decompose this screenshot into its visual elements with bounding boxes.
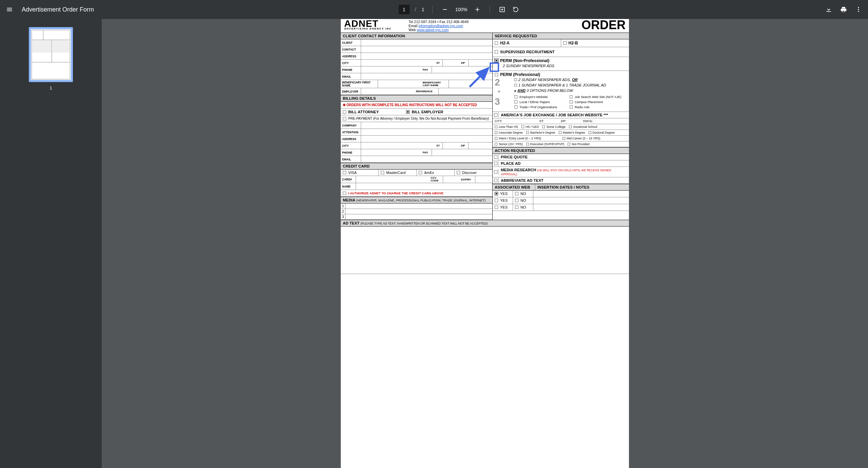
email-label: EMAIL (341, 73, 361, 80)
visa-checkbox[interactable]: VISA (343, 171, 357, 175)
media-1-label: 1 (341, 203, 346, 209)
expiry-field[interactable] (475, 176, 492, 183)
media-3-field[interactable] (346, 214, 492, 219)
supervised-checkbox[interactable]: SUPERVISED RECRUITMENT (495, 50, 555, 54)
email-link[interactable]: information@adnet-nyc.com (418, 24, 463, 28)
zoom-out-icon[interactable] (441, 5, 449, 14)
quote-checkbox[interactable] (493, 154, 499, 160)
st-field[interactable] (443, 60, 460, 66)
page-number-input[interactable] (399, 5, 410, 14)
more-icon[interactable] (854, 5, 863, 14)
edu-hs-ged[interactable]: HS / GED (521, 125, 539, 129)
assoc-3-yes[interactable]: YES (495, 205, 508, 209)
perm-np-checkbox[interactable]: PERM (Non-Professional) (495, 58, 549, 63)
attention-field[interactable] (361, 129, 492, 135)
bill-attorney-checkbox[interactable]: BILL ATTORNEY (343, 110, 379, 114)
zoom-in-icon[interactable] (473, 5, 481, 14)
document-viewer[interactable]: ADNET ADVERTISING AGENCY INC Tel 212-587… (102, 19, 868, 468)
discover-checkbox[interactable]: Discover (457, 171, 477, 175)
address-field[interactable] (361, 53, 492, 59)
assoc-2-yes[interactable]: YES (495, 198, 508, 202)
billing-zip-field[interactable] (469, 142, 492, 149)
billing-city-field[interactable] (361, 142, 435, 149)
page-total: 1 (422, 7, 425, 12)
edu-less-hs[interactable]: Less Than HS (495, 125, 518, 129)
opt-employer-web[interactable]: Employer's Website (514, 95, 548, 99)
client-field[interactable] (361, 39, 492, 46)
big-3: 3 (495, 96, 500, 107)
research-checkbox[interactable] (493, 169, 499, 175)
place-checkbox[interactable] (493, 161, 499, 166)
billing-fax-field[interactable] (432, 149, 493, 156)
menu-icon[interactable] (5, 5, 14, 14)
opt-campus[interactable]: Campus Placement (570, 100, 603, 104)
mastercard-checkbox[interactable]: MasterCard (381, 171, 406, 175)
edu-some-college[interactable]: Some College (542, 125, 566, 129)
big-2: 2 (495, 77, 500, 88)
action-section-header: ACTION REQUESTED (493, 147, 629, 154)
ccv-field[interactable] (443, 176, 460, 183)
prepayment-checkbox[interactable]: PRE-PAYMENT (For Attorney / Employer Onl… (343, 116, 489, 121)
billing-warning: ORDERS WITH INCOMPLETE BILLING INSTRUCTI… (341, 102, 492, 109)
abbrev-checkbox[interactable] (493, 178, 499, 183)
print-icon[interactable] (840, 5, 848, 14)
exp-mid[interactable]: Mid-Career (2 – 15 YRS) (563, 137, 627, 140)
media-2-label: 2 (341, 209, 346, 214)
edu-doctoral[interactable]: Doctoral Degree (589, 131, 615, 134)
billing-phone-field[interactable] (361, 149, 422, 156)
billing-email-field[interactable] (361, 156, 492, 162)
fit-page-icon[interactable] (498, 5, 506, 14)
cc-name-field[interactable] (356, 183, 492, 190)
media-1-field[interactable] (346, 203, 492, 209)
h2a-checkbox[interactable]: H2-A (495, 41, 510, 45)
opt-local-ethnic[interactable]: Local / Ethnic Papers (514, 100, 550, 104)
employer-field[interactable] (361, 88, 415, 95)
opt-trade-prof[interactable]: Trade / Prof Organizations (514, 105, 557, 109)
opt-job-search[interactable]: Job Search Web Site (NOT AJE) (570, 95, 621, 99)
insertion-3-field[interactable] (533, 204, 629, 211)
contact-field[interactable] (361, 46, 492, 53)
amex-checkbox[interactable]: AmEx (419, 171, 434, 175)
thumbnail-sidebar: 1 (0, 19, 102, 468)
place-label: PLACE AD (499, 160, 629, 167)
exp-exec[interactable]: Executive (SVP/EVP/VP) (526, 142, 565, 146)
perm-p-checkbox[interactable]: PERM (Professional) (495, 72, 540, 77)
ben-first-label: BENEFICIARY FIRST NAME (341, 80, 378, 88)
bill-employer-checkbox[interactable]: BILL EMPLOYER (406, 110, 443, 114)
perm-np-note: 2 SUNDAY NEWSPAPER ADS (495, 63, 627, 69)
assoc-1-yes[interactable]: YES (495, 192, 508, 196)
assoc-2-no[interactable]: NO (515, 198, 526, 202)
exp-intern[interactable]: Intern / Entry Level (0 – 2 YRS) (495, 137, 559, 140)
company-field[interactable] (361, 122, 492, 129)
billing-st-field[interactable] (443, 142, 460, 149)
aje-label: AMERICA'S JOB EXCHANGE / JOB SEARCH WEBS… (499, 112, 629, 118)
exp-not-provided[interactable]: Not Provided (568, 142, 589, 146)
billing-st-label: ST (435, 142, 443, 149)
edu-master[interactable]: Master's Degree (559, 131, 585, 134)
insertion-1-field[interactable] (533, 191, 629, 197)
assoc-1-no[interactable]: NO (515, 192, 526, 196)
web-link[interactable]: www.adnet-nyc.com (417, 28, 449, 32)
aje-checkbox[interactable] (493, 112, 499, 118)
adtext-field[interactable] (341, 227, 629, 274)
billing-address-field[interactable] (361, 136, 492, 142)
city-field[interactable] (361, 60, 435, 66)
insertion-2-field[interactable] (533, 197, 629, 204)
billing-fax-label: FAX (422, 149, 432, 156)
cc-auth-checkbox[interactable]: I AUTHORIZE ADNET TO CHARGE THE CREDIT C… (343, 191, 443, 195)
media-2-field[interactable] (346, 209, 492, 214)
edu-vocational[interactable]: Vocational School (569, 125, 597, 129)
download-icon[interactable] (825, 5, 833, 14)
page-thumbnail[interactable] (29, 27, 73, 82)
exp-senior[interactable]: Senior (15+ YRS) (495, 142, 523, 146)
opt-radio[interactable]: Radio Ads (570, 105, 589, 109)
ben-first-field[interactable] (378, 80, 422, 88)
edu-associate[interactable]: Associate Degree (495, 131, 523, 134)
edu-bachelor[interactable]: Bachelor's Degree (526, 131, 555, 134)
phone-field[interactable] (361, 66, 422, 73)
card-num-field[interactable] (356, 176, 430, 183)
h2b-checkbox[interactable]: H2-B (563, 41, 578, 45)
assoc-3-no[interactable]: NO (515, 205, 526, 209)
rotate-icon[interactable] (512, 5, 520, 14)
pdf-toolbar: Advertisement Order Form / 1 100% (0, 0, 868, 19)
